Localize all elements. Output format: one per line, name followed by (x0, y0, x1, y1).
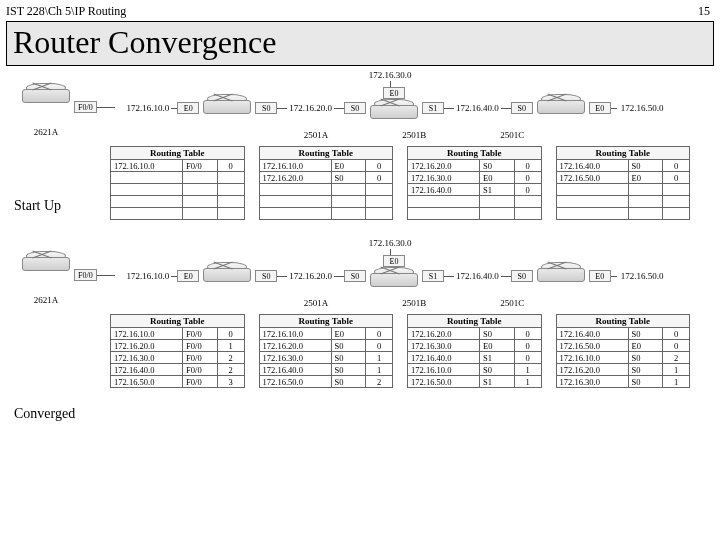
routing-tables-startup: Routing Table 172.16.10.0F0/00 Routing T… (110, 146, 690, 220)
routing-table-2621A: Routing Table 172.16.10.0F0/00 172.16.20… (110, 314, 245, 388)
net-label: 172.16.30.0 (369, 70, 412, 80)
router-name: 2501A (304, 298, 329, 308)
port-s1: S1 (422, 270, 444, 282)
port-e0: E0 (177, 270, 199, 282)
router-icon (199, 262, 255, 290)
port-e0: E0 (383, 87, 405, 99)
net-label: 172.16.50.0 (621, 103, 664, 113)
router-icon (533, 94, 589, 122)
port-e0: E0 (177, 102, 199, 114)
router-icon (366, 267, 422, 295)
routing-table-2501B: Routing Table 172.16.20.0S00 172.16.30.0… (407, 314, 542, 388)
routing-table-2621A: Routing Table 172.16.10.0F0/00 (110, 146, 245, 220)
router-icon (199, 94, 255, 122)
rt-title: Routing Table (556, 314, 691, 327)
net-label: 172.16.50.0 (621, 271, 664, 281)
net-label: 172.16.10.0 (125, 103, 172, 113)
port-f00: F0/0 (74, 269, 97, 281)
router-name: 2501B (402, 130, 426, 140)
net-label: 172.16.30.0 (369, 238, 412, 248)
router-name: 2501B (402, 298, 426, 308)
page-number: 15 (698, 4, 710, 19)
port-s0: S0 (511, 102, 533, 114)
port-s0: S0 (255, 270, 277, 282)
routing-table-2501C: Routing Table 172.16.40.0S00 172.16.50.0… (556, 146, 691, 220)
phase-label-startup: Start Up (14, 198, 61, 214)
port-s0: S0 (344, 102, 366, 114)
port-f00: F0/0 (74, 101, 97, 113)
router-name: 2501C (500, 298, 524, 308)
slide-title: Router Convergence (6, 21, 714, 66)
router-icon (366, 99, 422, 127)
routing-tables-converged: Routing Table 172.16.10.0F0/00 172.16.20… (110, 314, 690, 388)
port-s0: S0 (255, 102, 277, 114)
topology-diagram-converged: 172.16.30.0 172.16.10.0 E0 S0 172.16.20.… (100, 238, 680, 308)
port-s1: S1 (422, 102, 444, 114)
routing-table-2501C: Routing Table 172.16.40.0S00 172.16.50.0… (556, 314, 691, 388)
routing-table-2501B: Routing Table 172.16.20.0S00 172.16.30.0… (407, 146, 542, 220)
port-e0: E0 (589, 270, 611, 282)
rt-title: Routing Table (407, 146, 542, 159)
net-label: 172.16.20.0 (287, 103, 334, 113)
net-label: 172.16.20.0 (287, 271, 334, 281)
port-s0: S0 (511, 270, 533, 282)
router-name: 2621A (18, 127, 74, 137)
router-name: 2501A (304, 130, 329, 140)
rt-title: Routing Table (110, 146, 245, 159)
phase-label-converged: Converged (14, 406, 75, 422)
topology-diagram-startup: 172.16.30.0 172.16.10.0 E0 S0 172.16.20.… (100, 70, 680, 140)
net-label: 172.16.40.0 (454, 271, 501, 281)
router-icon (533, 262, 589, 290)
rt-title: Routing Table (556, 146, 691, 159)
port-s0: S0 (344, 270, 366, 282)
port-e0: E0 (589, 102, 611, 114)
port-e0: E0 (383, 255, 405, 267)
router-name: 2621A (18, 295, 74, 305)
net-label: 172.16.10.0 (125, 271, 172, 281)
router-name: 2501C (500, 130, 524, 140)
router-icon (18, 251, 74, 279)
router-icon (18, 83, 74, 111)
course-path: IST 228\Ch 5\IP Routing (6, 4, 126, 19)
net-label: 172.16.40.0 (454, 103, 501, 113)
rt-title: Routing Table (407, 314, 542, 327)
rt-title: Routing Table (110, 314, 245, 327)
rt-title: Routing Table (259, 314, 394, 327)
routing-table-2501A: Routing Table 172.16.10.0E00 172.16.20.0… (259, 146, 394, 220)
rt-title: Routing Table (259, 146, 394, 159)
routing-table-2501A: Routing Table 172.16.10.0E00 172.16.20.0… (259, 314, 394, 388)
